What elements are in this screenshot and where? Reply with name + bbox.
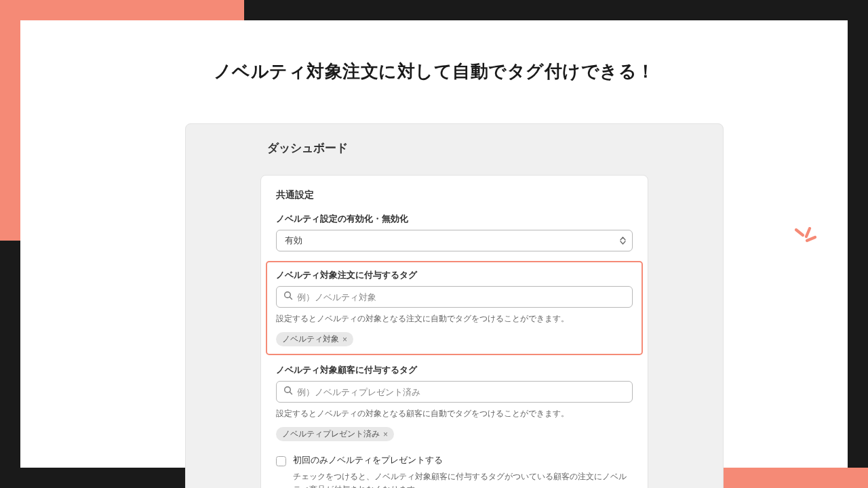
order-tag-help: 設定するとノベルティの対象となる注文に自動でタグをつけることができます。 (276, 313, 633, 325)
headline: ノベルティ対象注文に対して自動でタグ付けできる！ (20, 60, 848, 83)
order-tag-chip-text: ノベルティ対象 (282, 334, 339, 344)
customer-tag-section: ノベルティ対象顧客に付与するタグ 設定するとノベルティの対象となる顧客に自動でタ… (276, 355, 633, 441)
order-tag-highlight: ノベルティ対象注文に付与するタグ 設定するとノベルティの対象となる注文に自動でタ… (266, 261, 643, 355)
search-icon (283, 386, 293, 398)
customer-tag-help: 設定するとノベルティの対象となる顧客に自動でタグをつけることができます。 (276, 408, 633, 420)
settings-card: 共通設定 ノベルティ設定の有効化・無効化 有効 ノベルティ対象注文に付与するタグ (260, 175, 648, 488)
customer-tag-input-wrapper[interactable] (276, 381, 633, 403)
content-panel: ノベルティ対象注文に対して自動でタグ付けできる！ ダッシュボード 共通設定 ノベ… (20, 20, 848, 468)
order-tag-label: ノベルティ対象注文に付与するタグ (276, 270, 633, 281)
svg-line-1 (290, 297, 292, 299)
remove-tag-icon[interactable]: × (383, 430, 388, 439)
customer-tag-chip: ノベルティプレゼント済み × (276, 427, 394, 441)
select-stepper-icon (620, 237, 626, 245)
spark-accent-icon (793, 227, 818, 249)
svg-line-5 (806, 228, 810, 237)
remove-tag-icon[interactable]: × (342, 335, 347, 344)
first-only-label: 初回のみノベルティをプレゼントする (293, 455, 633, 466)
dashboard-title: ダッシュボード (267, 140, 648, 156)
enable-select[interactable]: 有効 (276, 230, 633, 251)
customer-tag-input[interactable] (297, 387, 625, 397)
first-only-checkbox[interactable] (276, 456, 286, 466)
outer-frame: ノベルティ対象注文に対して自動でタグ付けできる！ ダッシュボード 共通設定 ノベ… (0, 0, 868, 488)
customer-tag-label: ノベルティ対象顧客に付与するタグ (276, 365, 633, 376)
enable-label: ノベルティ設定の有効化・無効化 (276, 214, 633, 225)
order-tag-input-wrapper[interactable] (276, 286, 633, 308)
first-only-row: 初回のみノベルティをプレゼントする チェックをつけると、ノベルティ対象顧客に付与… (276, 455, 633, 488)
search-icon (283, 291, 293, 303)
svg-line-6 (807, 237, 815, 241)
svg-line-3 (290, 392, 292, 394)
section-title: 共通設定 (276, 189, 633, 201)
svg-line-4 (796, 230, 803, 235)
customer-tag-chip-text: ノベルティプレゼント済み (282, 429, 380, 439)
order-tag-input[interactable] (297, 292, 625, 302)
dashboard-card: ダッシュボード 共通設定 ノベルティ設定の有効化・無効化 有効 ノベルティ対象注… (185, 123, 724, 488)
order-tag-chip: ノベルティ対象 × (276, 332, 353, 346)
first-only-help: チェックをつけると、ノベルティ対象顧客に付与するタグがついている顧客の注文にノベ… (293, 470, 633, 488)
enable-value: 有効 (285, 235, 302, 247)
